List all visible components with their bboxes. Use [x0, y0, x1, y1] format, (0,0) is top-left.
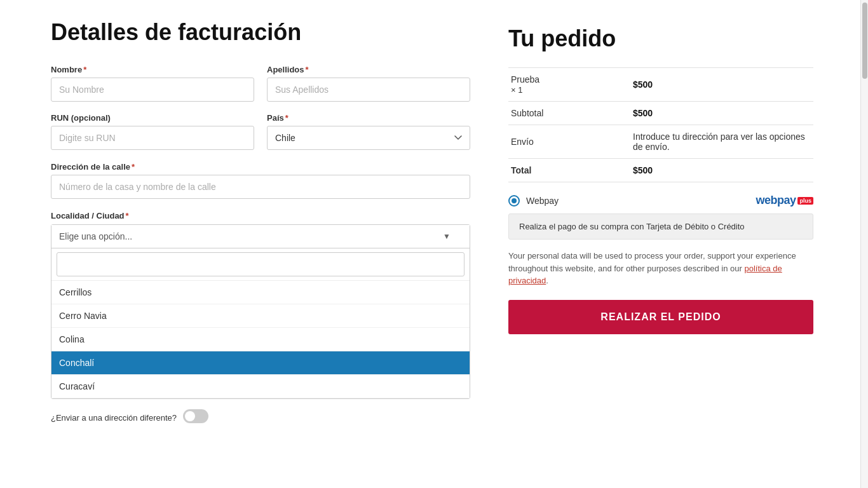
subtotal-label: Subtotal: [508, 102, 630, 125]
webpay-plus-badge: plus: [797, 197, 813, 205]
dropdown-option-curacavi[interactable]: Curacaví: [51, 375, 470, 398]
product-qty: × 1: [511, 85, 522, 95]
scroll-thumb[interactable]: [862, 3, 867, 79]
payment-section: Webpay webpay plus Realiza el pago de su…: [508, 194, 813, 334]
dropdown-list: Cerrillos Cerro Navia Colina Conchalí Cu…: [51, 248, 470, 398]
payment-webpay-label: Webpay: [526, 196, 749, 206]
order-table: Prueba × 1 $500 Subtotal $500 Envío Intr…: [508, 67, 813, 182]
dropdown-search-box: [51, 248, 470, 281]
direccion-label: Dirección de la calle*: [51, 162, 135, 172]
billing-title: Detalles de facturación: [51, 19, 470, 46]
dropdown-search-input[interactable]: [57, 252, 465, 276]
payment-description: Realiza el pago de su compra con Tarjeta…: [508, 214, 813, 240]
enviar-toggle[interactable]: [183, 409, 208, 423]
direccion-input[interactable]: [51, 175, 470, 199]
total-label: Total: [508, 159, 630, 182]
dropdown-arrow-icon: ▼: [443, 232, 451, 241]
order-title: Tu pedido: [508, 25, 813, 52]
pais-label: País*: [267, 113, 470, 123]
dropdown-option-colina[interactable]: Colina: [51, 328, 470, 351]
toggle-slider: [183, 409, 208, 423]
place-order-button[interactable]: REALIZAR EL PEDIDO: [508, 300, 813, 334]
nombre-input[interactable]: [51, 78, 254, 102]
radio-dot-inner: [512, 198, 517, 203]
table-row-total: Total $500: [508, 159, 813, 182]
enviar-label: ¿Enviar a una dirección diferente?: [51, 413, 177, 423]
apellidos-label: Apellidos*: [267, 65, 470, 74]
dropdown-selected-value[interactable]: Elige una opción... ▼: [51, 225, 470, 248]
product-price: $500: [630, 68, 813, 102]
envio-text: Introduce tu dirección para ver las opci…: [630, 125, 813, 159]
dropdown-options: Cerrillos Cerro Navia Colina Conchalí Cu…: [51, 281, 470, 398]
run-label: RUN (opcional): [51, 113, 254, 123]
subtotal-value: $500: [630, 102, 813, 125]
run-input[interactable]: [51, 126, 254, 150]
dropdown-option-cerro-navia[interactable]: Cerro Navia: [51, 304, 470, 328]
table-row-envio: Envío Introduce tu dirección para ver la…: [508, 125, 813, 159]
payment-option-webpay[interactable]: Webpay webpay plus: [508, 194, 813, 207]
privacy-text: Your personal data will be used to proce…: [508, 250, 813, 287]
product-name: Prueba: [511, 74, 539, 85]
table-row-product: Prueba × 1 $500: [508, 68, 813, 102]
pais-select[interactable]: Chile: [267, 126, 470, 150]
dropdown-option-cerrillos[interactable]: Cerrillos: [51, 281, 470, 304]
apellidos-input[interactable]: [267, 78, 470, 102]
radio-webpay: [508, 195, 520, 207]
envio-label: Envío: [508, 125, 630, 159]
webpay-logo: webpay plus: [756, 194, 813, 207]
table-row-subtotal: Subtotal $500: [508, 102, 813, 125]
ciudad-dropdown[interactable]: Elige una opción... ▼ Cerrillos Cerro Na…: [51, 224, 470, 399]
total-value: $500: [630, 159, 813, 182]
scrollbar[interactable]: [860, 0, 868, 445]
ciudad-label: Localidad / Ciudad*: [51, 211, 129, 220]
nombre-label: Nombre*: [51, 65, 254, 74]
webpay-text: webpay: [756, 194, 796, 207]
dropdown-option-conchali[interactable]: Conchalí: [51, 351, 470, 375]
